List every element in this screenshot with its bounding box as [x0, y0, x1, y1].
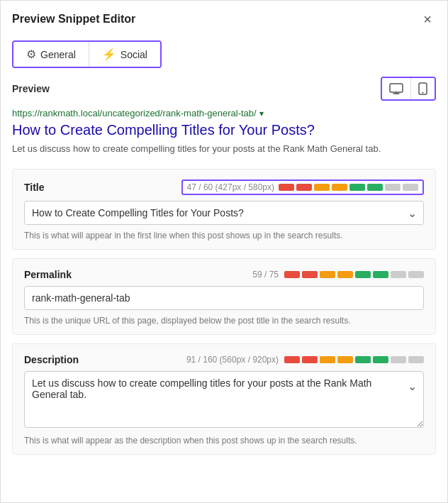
fields-container: Title 47 / 60 (427px / 580px): [1, 162, 447, 470]
title-field-label: Title: [24, 182, 45, 193]
preview-title: How to Create Compelling Titles for Your…: [12, 121, 436, 139]
bar-seg-4: [332, 184, 347, 191]
description-input-wrapper: Let us discuss how to create compelling …: [24, 371, 424, 430]
description-textarea[interactable]: Let us discuss how to create compelling …: [24, 371, 424, 428]
svg-point-2: [422, 92, 424, 94]
description-field-header: Description 91 / 160 (560px / 920px): [24, 354, 424, 365]
bar-seg-1: [279, 184, 294, 191]
pbar-6: [373, 271, 388, 278]
svg-rect-0: [390, 84, 403, 92]
tab-general-label: General: [40, 49, 76, 60]
permalink-counter: 59 / 75: [252, 270, 279, 280]
dbar-7: [391, 356, 406, 363]
title-input[interactable]: [24, 201, 424, 225]
tab-social[interactable]: ⚡ Social: [89, 42, 160, 67]
title-hint: This is what will appear in the first li…: [24, 231, 424, 241]
desktop-icon: [389, 83, 403, 94]
desktop-view-button[interactable]: [382, 78, 411, 99]
pbar-1: [284, 271, 300, 278]
permalink-input[interactable]: [24, 286, 424, 310]
preview-section: Preview https://rankmath: [1, 77, 447, 162]
pbar-7: [391, 271, 406, 278]
title-field-card: Title 47 / 60 (427px / 580px): [12, 169, 436, 250]
tab-general[interactable]: ⚙ General: [13, 42, 89, 67]
tabs-container: ⚙ General ⚡ Social: [12, 40, 162, 68]
description-progress-bar: [284, 356, 424, 363]
permalink-hint: This is the unique URL of this page, dis…: [24, 316, 424, 326]
dbar-5: [355, 356, 371, 363]
preview-snippet-editor-modal: Preview Snippet Editor × ⚙ General ⚡ Soc…: [0, 0, 448, 503]
mobile-icon: [418, 82, 427, 95]
description-field-label: Description: [24, 354, 79, 365]
description-hint: This is what will appear as the descript…: [24, 436, 424, 446]
bar-seg-8: [403, 184, 418, 191]
permalink-field-label: Permalink: [24, 269, 72, 280]
preview-header: Preview: [12, 77, 436, 101]
bar-seg-2: [296, 184, 312, 191]
pbar-4: [337, 271, 353, 278]
preview-description: Let us discuss how to create compelling …: [12, 142, 436, 156]
dbar-2: [302, 356, 318, 363]
close-button[interactable]: ×: [419, 11, 436, 28]
permalink-field-header: Permalink 59 / 75: [24, 269, 424, 280]
title-field-header: Title 47 / 60 (427px / 580px): [24, 179, 424, 195]
dbar-4: [337, 356, 353, 363]
device-toggles: [381, 77, 436, 101]
bar-seg-5: [349, 184, 365, 191]
pbar-3: [320, 271, 335, 278]
dbar-8: [408, 356, 424, 363]
bar-seg-6: [367, 184, 383, 191]
modal-header: Preview Snippet Editor ×: [1, 1, 447, 35]
permalink-field-card: Permalink 59 / 75: [12, 258, 436, 335]
modal-title: Preview Snippet Editor: [12, 13, 135, 26]
preview-url: https://rankmath.local/uncategorized/ran…: [12, 108, 436, 118]
dbar-1: [284, 356, 300, 363]
dbar-6: [373, 356, 388, 363]
permalink-counter-row: 59 / 75: [252, 270, 424, 280]
pbar-2: [302, 271, 318, 278]
title-counter: 47 / 60 (427px / 580px): [187, 182, 274, 192]
description-counter-row: 91 / 160 (560px / 920px): [186, 355, 424, 365]
url-dropdown-arrow: ▾: [259, 109, 264, 118]
bar-seg-7: [385, 184, 401, 191]
permalink-input-wrapper: [24, 286, 424, 310]
preview-url-text: https://rankmath.local/uncategorized/ran…: [12, 108, 257, 118]
social-icon: ⚡: [102, 48, 116, 61]
permalink-progress-bar: [284, 271, 424, 278]
title-input-wrapper: ⌄: [24, 201, 424, 225]
title-counter-box: 47 / 60 (427px / 580px): [181, 179, 424, 195]
bar-seg-3: [314, 184, 330, 191]
description-field-card: Description 91 / 160 (560px / 920px): [12, 343, 436, 455]
preview-label: Preview: [12, 83, 50, 94]
tabs-row: ⚙ General ⚡ Social: [1, 35, 447, 77]
pbar-5: [355, 271, 371, 278]
description-counter: 91 / 160 (560px / 920px): [186, 355, 279, 365]
pbar-8: [408, 271, 424, 278]
gear-icon: ⚙: [26, 48, 36, 61]
tab-social-label: Social: [121, 49, 147, 60]
title-progress-bar: [279, 184, 418, 191]
mobile-view-button[interactable]: [411, 78, 435, 99]
dbar-3: [320, 356, 335, 363]
